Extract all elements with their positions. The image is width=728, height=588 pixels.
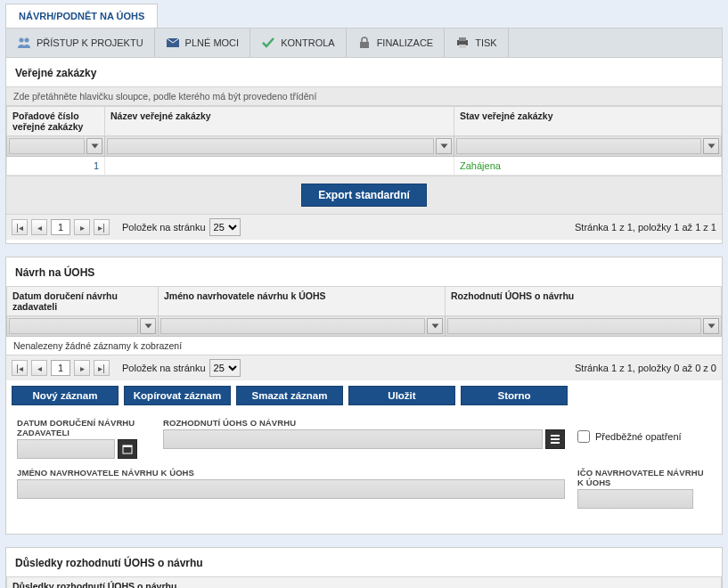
copy-record-button[interactable]: Kopírovat záznam	[124, 386, 231, 405]
per-page-select[interactable]: 25	[209, 359, 241, 377]
section-title-navrh: Návrh na ÚOHS	[6, 257, 722, 286]
col-name[interactable]: Název veřejné zakázky	[105, 107, 454, 136]
group-hint: Zde přetáhněte hlavičku sloupce, podle k…	[6, 86, 722, 106]
filter-status-menu[interactable]	[703, 138, 719, 154]
toolbar-check[interactable]: KONTROLA	[250, 29, 347, 57]
col-applicant[interactable]: Jméno navrhovatele návrhu k ÚOHS	[159, 287, 446, 316]
svg-rect-5	[459, 37, 466, 41]
section-title-verejne-zakazky: Veřejné zakázky	[6, 58, 722, 86]
cancel-button[interactable]: Storno	[461, 386, 568, 405]
toolbar-print[interactable]: TISK	[445, 29, 508, 57]
pager-last[interactable]: ▸|	[94, 360, 110, 376]
toolbar: PŘÍSTUP K PROJEKTU PLNÉ MOCI KONTROLA FI…	[5, 28, 723, 58]
envelope-icon	[166, 36, 180, 50]
pager-2: |◂ ◂ 1 ▸ ▸| Položek na stránku 25 Stránk…	[6, 355, 722, 380]
people-icon	[17, 36, 31, 50]
calendar-icon[interactable]	[118, 439, 137, 459]
check-icon	[261, 36, 275, 50]
filter-name-input[interactable]	[107, 138, 434, 154]
toolbar-access[interactable]: PŘÍSTUP K PROJEKTU	[6, 29, 155, 57]
table-navrh: Datum doručení návrhu zadavateli Jméno n…	[6, 286, 722, 337]
pager-info: Stránka 1 z 1, položky 1 až 1 z 1	[575, 222, 716, 233]
col-seq[interactable]: Pořadové číslo veřejné zakázky	[7, 107, 105, 136]
new-record-button[interactable]: Nový záznam	[12, 386, 119, 405]
decision-field[interactable]	[163, 429, 543, 449]
precaution-checkbox[interactable]	[577, 430, 590, 443]
pager-next[interactable]: ▸	[74, 360, 90, 376]
pager-first[interactable]: |◂	[12, 219, 28, 235]
pager-1: |◂ ◂ 1 ▸ ▸| Položek na stránku 25 Stránk…	[6, 214, 722, 240]
pager-page[interactable]: 1	[51, 219, 70, 235]
toolbar-check-label: KONTROLA	[281, 37, 335, 48]
no-records-navrh: Nenalezeny žádné záznamy k zobrazení	[6, 337, 722, 355]
col-date[interactable]: Datum doručení návrhu zadavateli	[7, 287, 159, 316]
ico-field[interactable]	[577, 489, 693, 509]
toolbar-finalize[interactable]: FINALIZACE	[347, 29, 446, 57]
svg-rect-6	[459, 45, 466, 48]
filter-decision-menu[interactable]	[703, 318, 719, 334]
pager-last[interactable]: ▸|	[94, 219, 110, 235]
toolbar-access-label: PŘÍSTUP K PROJEKTU	[37, 37, 143, 48]
pager-prev[interactable]: ◂	[31, 219, 47, 235]
per-page-select[interactable]: 25	[209, 218, 241, 236]
col-status[interactable]: Stav veřejné zakázky	[454, 107, 722, 136]
ico-label: IČO NAVRHOVATELE NÁVRHU K ÚOHS	[577, 468, 711, 487]
print-icon	[455, 36, 470, 50]
svg-rect-11	[551, 442, 560, 444]
pager-prev[interactable]: ◂	[31, 360, 47, 376]
date-field[interactable]	[17, 439, 115, 459]
export-button[interactable]: Export standardní	[301, 184, 427, 207]
table-dusledky: Důsledky rozhodnutí ÚOHS o návrhu	[6, 576, 722, 588]
filter-seq-input[interactable]	[9, 138, 85, 154]
svg-rect-8	[123, 445, 132, 447]
cell-seq: 1	[7, 157, 105, 176]
precaution-label: Předběžné opatření	[595, 431, 682, 442]
filter-applicant-menu[interactable]	[427, 318, 443, 334]
svg-rect-9	[551, 435, 560, 437]
list-picker-icon[interactable]	[545, 429, 565, 449]
table-verejne-zakazky: Pořadové číslo veřejné zakázky Název veř…	[6, 106, 722, 176]
pager-first[interactable]: |◂	[12, 360, 28, 376]
applicant-name-field[interactable]	[17, 479, 565, 499]
date-field-label: DATUM DORUČENÍ NÁVRHU ZADAVATELI	[17, 418, 151, 437]
save-button[interactable]: Uložit	[348, 386, 455, 405]
cell-status: Zahájena	[454, 157, 722, 176]
toolbar-finalize-label: FINALIZACE	[377, 37, 434, 48]
table-row[interactable]: 1 Zahájena	[7, 157, 722, 176]
filter-status-input[interactable]	[456, 138, 701, 154]
pager-info: Stránka 1 z 1, položky 0 až 0 z 0	[575, 363, 716, 373]
svg-point-1	[25, 38, 29, 43]
applicant-name-label: JMÉNO NAVRHOVATELE NÁVRHU K ÚOHS	[17, 468, 565, 478]
filter-name-menu[interactable]	[436, 138, 452, 154]
toolbar-powers-label: PLNÉ MOCI	[185, 37, 240, 48]
svg-rect-10	[551, 438, 560, 440]
toolbar-print-label: TISK	[475, 37, 496, 48]
filter-date-menu[interactable]	[140, 318, 156, 334]
col-decision[interactable]: Rozhodnutí ÚOHS o návrhu	[446, 287, 722, 316]
decision-field-label: ROZHODNUTÍ ÚOHS O NÁVRHU	[163, 418, 565, 428]
lock-icon	[357, 36, 372, 50]
toolbar-powers[interactable]: PLNÉ MOCI	[155, 29, 251, 57]
delete-record-button[interactable]: Smazat záznam	[236, 386, 343, 405]
filter-decision-input[interactable]	[447, 318, 701, 334]
main-tab[interactable]: NÁVRH/PODNĚT NA ÚOHS	[5, 4, 158, 28]
cell-name	[105, 157, 454, 176]
filter-date-input[interactable]	[9, 318, 138, 334]
filter-seq-menu[interactable]	[86, 138, 102, 154]
per-page-label: Položek na stránku	[122, 222, 206, 233]
svg-point-0	[20, 38, 24, 43]
section-title-dusledky: Důsledky rozhodnutí ÚOHS o návrhu	[6, 548, 722, 576]
filter-applicant-input[interactable]	[160, 318, 425, 334]
col-dusledky[interactable]: Důsledky rozhodnutí ÚOHS o návrhu	[7, 577, 722, 589]
pager-next[interactable]: ▸	[74, 219, 90, 235]
per-page-label: Položek na stránku	[122, 363, 206, 373]
pager-page[interactable]: 1	[51, 360, 70, 376]
svg-rect-3	[360, 42, 369, 48]
